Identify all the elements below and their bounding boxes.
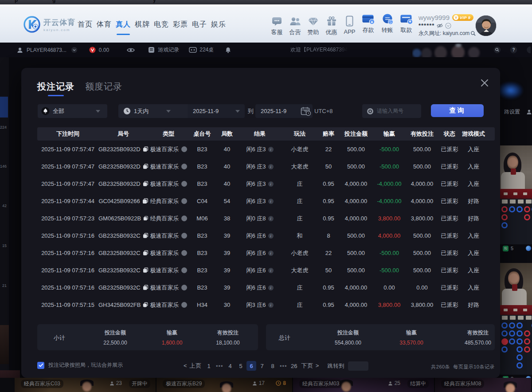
range-select[interactable]: 1天内 [118,104,194,118]
magnifier-icon[interactable] [470,31,476,36]
result-info-icon[interactable]: i [268,233,274,239]
pagination-prev[interactable]: < 上页 [182,361,203,371]
pagination-page-6[interactable]: 6 [246,361,256,371]
pagination-page-26[interactable]: 26 [289,361,299,371]
game-type-icon[interactable] [181,198,187,204]
copy-icon[interactable] [143,181,148,187]
wallet-link-取款[interactable]: 取款 [398,13,415,34]
avatar[interactable] [475,15,497,36]
copy-icon[interactable] [143,164,148,169]
game-type-icon[interactable] [181,285,187,290]
pagination-page-4[interactable]: 4 [225,361,235,371]
copy-icon[interactable] [143,233,148,239]
nav-item-真人[interactable]: 真人 [116,20,131,29]
quick-link-赞助[interactable]: 赞助 [304,14,322,36]
copy-icon[interactable] [143,285,148,290]
site-logo[interactable]: 开云体育 kaiyun.com [23,16,75,33]
modal-tab-投注记录[interactable]: 投注记录 [37,81,74,96]
wallet-link-存款[interactable]: 存款 [360,13,376,34]
headset-icon-partial[interactable] [526,46,531,54]
copy-icon[interactable] [142,198,148,204]
round-id-input[interactable]: 请输入局号 [362,104,421,118]
bottom-table-thumb[interactable]: 经典百家乐M03 25 结算中 [293,378,435,392]
table-row[interactable]: 2025-11-09 07:57:44 GC0425B09266 经典百家乐 C… [37,192,495,210]
lobby-table-card[interactable]: 和 8 [500,263,532,383]
game-type-icon[interactable] [181,181,187,187]
table-row[interactable]: 2025-11-09 07:57:16 GB2325B0932C 极速百家乐 B… [37,262,495,279]
pagination-next[interactable]: 下页 > [300,361,321,371]
close-icon[interactable] [480,78,489,88]
result-info-icon[interactable]: i [268,199,274,204]
copy-icon[interactable] [143,250,148,256]
merge-checkbox[interactable] [37,362,44,369]
nav-item-首页[interactable]: 首页 [78,20,93,29]
nav-item-彩票[interactable]: 彩票 [173,20,188,29]
copy-icon[interactable] [143,146,148,152]
copy-icon[interactable] [143,267,148,273]
pagination-jump-input[interactable] [348,361,368,371]
lobby-table-card[interactable]: 和 5 [500,145,532,252]
pagination-page-1[interactable]: 1 [204,361,214,371]
game-type-icon[interactable] [181,216,187,221]
nav-item-娱乐[interactable]: 娱乐 [211,20,226,29]
table-row[interactable]: 2025-11-09 07:57:47 GB2325B0932D 极速百家乐 B… [37,158,495,175]
player-dropdown-icon[interactable] [71,47,78,53]
refresh-circle-icon[interactable] [445,23,451,29]
bottom-table-thumb[interactable]: 经典百家乐M08 [435,378,532,392]
vip-badge[interactable]: V VIP 9 [452,14,473,21]
quick-link-客服[interactable]: 客服 [268,14,286,36]
nav-item-电竞[interactable]: 电竞 [154,20,169,29]
search-button[interactable]: 查询 [431,104,484,117]
bottom-table-thumb[interactable]: 经典百家乐C03 23 开牌中 [15,378,156,392]
quick-link-优惠[interactable]: 优惠 [322,14,340,36]
pagination-page-5[interactable]: 5 [236,361,246,371]
eye-off-icon[interactable] [437,23,443,28]
quick-link-合营[interactable]: 合营 [286,14,304,36]
result-info-icon[interactable]: i [268,164,274,169]
date-from-field[interactable]: 2025-11-9 [188,104,245,118]
result-info-icon[interactable]: i [268,285,274,290]
result-info-icon[interactable]: i [268,181,274,187]
nav-item-体育[interactable]: 体育 [97,20,112,29]
table-row[interactable]: 2025-11-09 07:57:47 GB2325B0932D 极速百家乐 B… [37,141,495,158]
result-info-icon[interactable]: i [268,302,274,308]
pagination-page-7[interactable]: 7 [257,361,267,371]
table-row[interactable]: 2025-11-09 07:57:15 GH3425B092FB 极速百家乐 H… [37,296,495,314]
quick-link-APP[interactable]: APP [340,14,359,36]
copy-icon[interactable] [143,216,148,221]
result-info-icon[interactable]: i [268,216,274,221]
game-type-icon[interactable] [181,233,187,239]
game-type-icon[interactable] [181,267,187,273]
category-select[interactable]: 全部 [38,104,107,118]
result-info-icon[interactable]: i [268,268,274,273]
game-type-icon[interactable] [181,302,187,308]
cell-play: 大老虎 [281,267,318,274]
tables-count[interactable]: 224桌 [200,46,214,54]
player-id[interactable]: PLAYER46873... [27,47,66,53]
game-type-icon[interactable] [181,146,187,152]
timezone-indicator[interactable]: UTC+8 [301,104,333,118]
bottom-table-thumb[interactable]: 极速百家乐B29 17 8 [156,378,293,392]
help-circle-icon[interactable]: ? [510,46,517,54]
copy-icon[interactable] [143,302,148,308]
table-row[interactable]: 2025-11-09 07:57:47 GB2325B0932D 极速百家乐 B… [37,175,495,192]
nav-item-电子[interactable]: 电子 [192,20,207,29]
table-row[interactable]: 2025-11-09 07:57:23 GM0625B0922B 经典百家乐 M… [37,210,495,227]
road-settings-label[interactable]: 路设置 [504,108,520,116]
wallet-link-转账[interactable]: 转账 [379,13,395,34]
search-circle-icon[interactable] [493,46,501,54]
nav-item-棋牌[interactable]: 棋牌 [135,20,150,29]
table-row[interactable]: 2025-11-09 07:57:16 GB2325B0932C 极速百家乐 B… [37,227,495,244]
table-row[interactable]: 2025-11-09 07:57:16 GB2325B0932C 极速百家乐 B… [37,279,495,296]
pagination-page-8[interactable]: 8 [268,361,278,371]
table-row[interactable]: 2025-11-09 07:57:16 GB2325B0932C 极速百家乐 B… [37,244,495,262]
result-info-icon[interactable]: i [268,147,274,152]
game-type-icon[interactable] [181,250,187,256]
modal-tab-额度记录[interactable]: 额度记录 [85,81,122,96]
result-info-icon[interactable]: i [268,251,274,256]
bell-icon[interactable] [225,47,231,53]
eye-icon[interactable] [127,47,135,53]
game-records-link[interactable]: 游戏记录 [158,46,179,54]
game-type-icon[interactable] [181,164,187,169]
subtotal-winloss-label: 输赢 [167,329,177,337]
